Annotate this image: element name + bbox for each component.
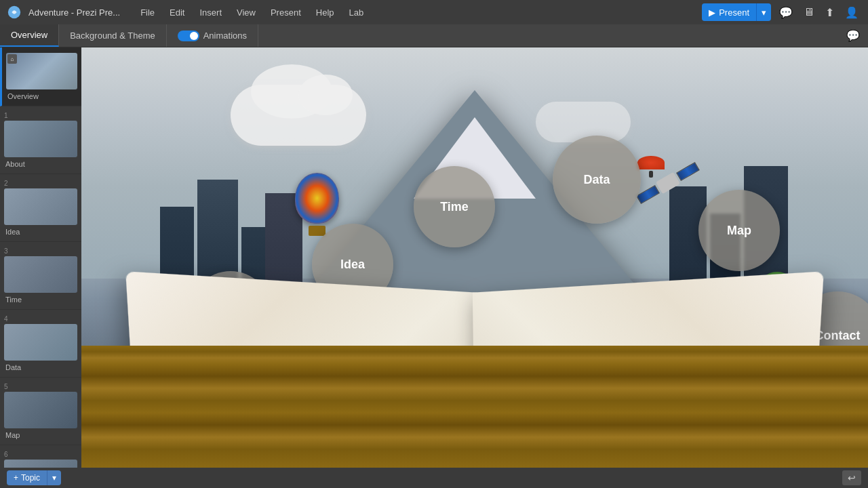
sidebar: ⌂ Overview 1 About 2 Idea 3 Time 4 Data	[0, 47, 81, 468]
play-icon: ▶	[709, 7, 715, 18]
parachute-person	[649, 171, 653, 178]
menu-edit[interactable]: Edit	[163, 5, 191, 20]
present-button-main: ▶ Present	[702, 3, 757, 21]
menu-bar: File Edit Insert View Present Help Lab	[134, 5, 370, 20]
sidebar-item-map[interactable]: 5 Map	[0, 378, 81, 445]
data-thumbnail	[4, 324, 77, 361]
idea-thumbnail	[4, 188, 77, 225]
present-dropdown-arrow[interactable]: ▾	[757, 3, 771, 21]
slide-num-1: 1	[4, 112, 77, 119]
slide-num-4: 4	[4, 315, 77, 323]
balloon-body	[295, 173, 339, 224]
animations-label: Animations	[203, 30, 247, 41]
sidebar-item-contact[interactable]: 6 Contact	[0, 445, 81, 468]
balloon-basket	[309, 226, 326, 236]
time-label: Time	[4, 296, 77, 304]
bubble-map[interactable]: Map	[698, 190, 780, 271]
data-label: Data	[4, 363, 77, 371]
add-topic-label: Topic	[21, 473, 40, 483]
back-icon: ↩	[848, 472, 856, 483]
overview-thumbnail: ⌂	[6, 53, 77, 89]
add-topic-button[interactable]: + Topic ▾	[7, 470, 61, 485]
chat-icon-button[interactable]: 💬	[776, 3, 795, 22]
contact-thumbnail	[4, 460, 77, 468]
prezi-canvas[interactable]: About Idea Time Data Map Contact Adventu…	[81, 47, 868, 468]
sidebar-item-idea[interactable]: 2 Idea	[0, 174, 81, 242]
menu-file[interactable]: File	[134, 5, 161, 20]
main-layout: ⌂ Overview 1 About 2 Idea 3 Time 4 Data	[0, 47, 868, 468]
screen-icon-button[interactable]: 🖥	[801, 3, 817, 21]
back-button[interactable]: ↩	[842, 470, 861, 485]
parachute-chute	[637, 156, 665, 169]
plus-icon: +	[14, 473, 18, 483]
menu-lab[interactable]: Lab	[342, 5, 371, 20]
bottombar: + Topic ▾ ↩	[0, 468, 868, 488]
sidebar-item-time[interactable]: 3 Time	[0, 242, 81, 310]
sidebar-item-about[interactable]: 1 About	[0, 106, 81, 174]
tab-overview[interactable]: Overview	[0, 24, 59, 47]
hot-air-balloon	[295, 173, 339, 236]
app-logo	[0, 5, 28, 20]
topbar: Adventure - Prezi Pre... File Edit Inser…	[0, 0, 868, 24]
slide-num-6: 6	[4, 451, 77, 458]
app-title: Adventure - Prezi Pre...	[28, 7, 120, 18]
wood-table	[81, 346, 868, 468]
sidebar-item-overview[interactable]: ⌂ Overview	[0, 47, 81, 106]
right-actions: ▶ Present ▾ 💬 🖥 ⬆ 👤	[702, 3, 868, 22]
home-icon: ⌂	[7, 54, 17, 64]
present-button[interactable]: ▶ Present ▾	[702, 3, 771, 21]
slide-num-5: 5	[4, 383, 77, 390]
menu-view[interactable]: View	[230, 5, 262, 20]
overview-label: Overview	[6, 92, 77, 100]
menu-insert[interactable]: Insert	[193, 5, 229, 20]
user-icon-button[interactable]: 👤	[842, 3, 861, 22]
slide-num-3: 3	[4, 247, 77, 255]
about-thumbnail	[4, 121, 77, 157]
tab-animations[interactable]: Animations	[167, 24, 258, 47]
idea-label: Idea	[4, 228, 77, 236]
parachute	[637, 156, 665, 178]
comment-icon[interactable]: 💬	[838, 29, 868, 42]
slide-num-2: 2	[4, 180, 77, 187]
add-topic-main: + Topic	[7, 470, 47, 485]
time-thumbnail	[4, 256, 77, 293]
menu-present[interactable]: Present	[264, 5, 308, 20]
menu-help[interactable]: Help	[309, 5, 341, 20]
sidebar-item-data[interactable]: 4 Data	[0, 310, 81, 378]
map-thumbnail	[4, 392, 77, 428]
map-label: Map	[4, 431, 77, 439]
animations-toggle[interactable]	[178, 30, 199, 41]
canvas-area: About Idea Time Data Map Contact Adventu…	[81, 47, 868, 468]
tab-background-theme[interactable]: Background & Theme	[59, 24, 167, 47]
tabbar: Overview Background & Theme Animations 💬	[0, 24, 868, 47]
bubble-data[interactable]: Data	[553, 136, 641, 224]
about-label: About	[4, 160, 77, 168]
bubble-time[interactable]: Time	[414, 166, 495, 247]
add-topic-dropdown[interactable]: ▾	[47, 470, 61, 485]
share-icon-button[interactable]: ⬆	[823, 3, 837, 22]
